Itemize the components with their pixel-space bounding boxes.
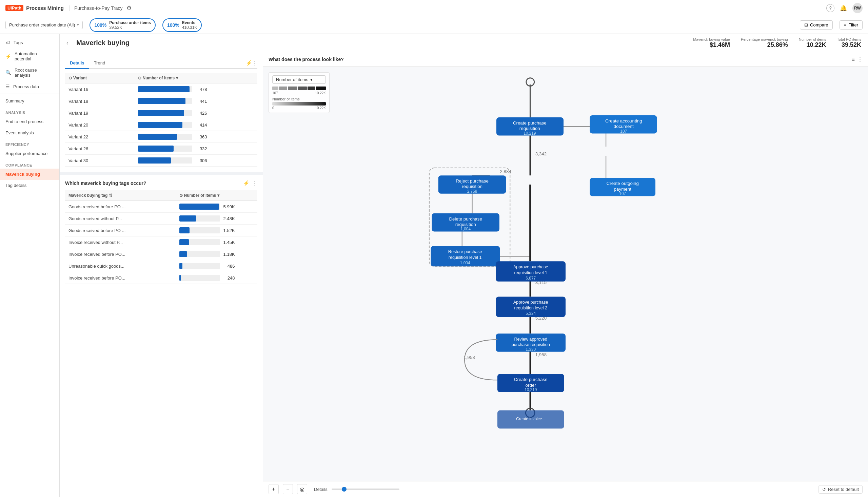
tag-bar-background [179,275,220,281]
variant-cell: Variant 26 [65,143,135,155]
table-row[interactable]: Invoice received without P... 1.45K [65,237,258,248]
table-row[interactable]: Variant 22 363 [65,131,258,143]
purchase-order-value: 39.52K [109,25,151,30]
tag-num-items-cell: 1.45K [176,237,258,248]
tag-col-sort-icon[interactable]: ⇅ [109,193,112,198]
details-slider[interactable] [332,488,399,490]
reset-button[interactable]: ↺ Reset to default [819,485,863,494]
tab-trend[interactable]: Trend [89,58,110,69]
tags-icon: 🏷 [5,40,10,45]
user-avatar[interactable]: RW [852,3,863,13]
table-row[interactable]: Invoice received before PO... 248 [65,272,258,284]
tag-bar-value: 5.99K [223,204,235,209]
tag-bar-value: 1.52K [223,228,235,233]
tag-bar-value: 486 [223,264,235,269]
variant-section: Details Trend ⚡ ⋮ ⊙ Varia [60,52,263,172]
svg-text:Delete purchase: Delete purchase [449,216,482,222]
svg-text:requisition level 1: requisition level 1 [514,270,547,275]
tag-col-header: Maverick buying tag ⇅ [65,190,176,201]
tag-table: Maverick buying tag ⇅ ⊙ Number of items … [65,190,258,284]
tag-bar-fill [179,227,190,233]
table-row[interactable]: Variant 20 414 [65,119,258,131]
table-row[interactable]: Variant 19 426 [65,107,258,119]
table-row[interactable]: Goods received without P... 2.48K [65,213,258,225]
bar-fill [138,134,177,140]
legend-thickness-min: 0 [272,106,274,110]
num-items-col-sort-icon[interactable]: ⊙ [138,76,142,81]
sidebar-item-maverickbuying[interactable]: Maverick buying [0,169,59,180]
events-metric: 100% Events 410.31K [162,18,202,32]
events-pct: 100% [167,23,179,28]
zoom-out-button[interactable]: − [283,484,293,494]
sub-navigation: Purchase order creation date (All) ▾ 100… [0,16,868,34]
svg-text:document: document [614,124,634,129]
maverick-pct-value: 25.86% [741,41,788,48]
table-row[interactable]: Goods received before PO ... 5.99K [65,201,258,213]
notification-icon[interactable]: 🔔 [840,4,847,12]
table-row[interactable]: Invoice received before PO... 1.18K [65,248,258,260]
filter-tag-button[interactable]: ⚡ [243,180,250,186]
endtoend-label: End to end process [5,119,43,124]
tag-sort-arrow-icon[interactable]: ▾ [217,193,219,198]
filter-process-button[interactable]: ≡ [852,56,855,62]
tag-num-sort-icon[interactable]: ⊙ [179,193,183,198]
sidebar-item-supplierperf[interactable]: Supplier performance [0,148,59,159]
bar-fill [138,145,174,152]
summary-label: Summary [5,98,25,103]
process-header: What does the process look like? ≡ ⋮ [263,52,868,67]
sidebar-item-processdata[interactable]: ☰ Process data [0,81,59,92]
table-row[interactable]: Variant 26 332 [65,143,258,155]
settings-icon[interactable]: ⚙ [127,4,132,12]
help-icon[interactable]: ? [826,4,835,12]
sidebar-section-compliance: Compliance [0,159,59,169]
sidebar-item-rootcause[interactable]: 🔍 Root cause analysis [0,65,59,81]
tag-bar-value: 248 [223,275,235,281]
sidebar-item-tags[interactable]: 🏷 Tags [0,37,59,48]
maverick-value-label: Maverick buying value [693,37,730,41]
sidebar-item-tagdetails[interactable]: Tag details [0,180,59,191]
table-row[interactable]: Unreasonable quick goods... 486 [65,260,258,272]
svg-text:Create accounting: Create accounting [605,118,642,124]
rootcause-icon: 🔍 [5,70,11,75]
more-tag-button[interactable]: ⋮ [252,180,258,186]
more-process-button[interactable]: ⋮ [857,56,863,62]
reset-label: Reset to default [828,487,859,492]
sidebar-item-eventanalysis[interactable]: Event analysis [0,127,59,138]
table-row[interactable]: Variant 30 306 [65,155,258,167]
sidebar-item-endtoend[interactable]: End to end process [0,116,59,127]
tag-bar-value: 1.18K [223,252,235,257]
sidebar-item-automation[interactable]: ⚡ Automation potential [0,48,59,65]
sidebar-item-summary[interactable]: Summary [0,95,59,106]
compare-button[interactable]: ⊞ Compare [800,20,833,29]
variant-cell: Variant 22 [65,131,135,143]
bar-fill [138,110,184,116]
collapse-button[interactable]: ‹ [67,40,68,46]
table-row[interactable]: Goods received before PO ... 1.52K [65,225,258,237]
svg-text:Create outgoing: Create outgoing [607,181,639,186]
tag-cell: Goods received before PO ... [65,225,176,237]
table-row[interactable]: Variant 18 441 [65,95,258,107]
project-name: Purchase-to-Pay Tracy [69,5,122,11]
svg-text:1,004: 1,004 [460,227,471,231]
eventanalysis-label: Event analysis [5,130,34,136]
svg-text:requisition level 1: requisition level 1 [448,255,482,260]
zoom-in-button[interactable]: + [268,484,279,494]
num-items-col-header: ⊙ Number of items ▾ [135,73,258,83]
center-button[interactable]: ◎ [297,484,307,494]
tag-bar-background [179,251,220,257]
table-row[interactable]: Variant 16 478 [65,83,258,95]
tag-section-header: Which maverick buying tags occur? ⚡ ⋮ [65,180,258,186]
filter-variant-button[interactable]: ⚡ [246,58,252,68]
sort-arrow-icon[interactable]: ▾ [176,76,178,81]
num-items-cell: 478 [135,83,258,95]
variant-col-header: ⊙ Variant [65,73,135,83]
total-po-value: 39.52K [837,41,861,48]
metric-dropdown[interactable]: Number of items ▾ [272,75,326,84]
variant-col-sort-icon[interactable]: ⊙ [69,76,72,81]
filter-button[interactable]: ≡ Filter [839,20,863,29]
more-variant-button[interactable]: ⋮ [252,58,258,68]
variant-cell: Variant 18 [65,95,135,107]
tag-bar-background [179,239,220,245]
tab-details[interactable]: Details [65,58,89,69]
date-filter-dropdown[interactable]: Purchase order creation date (All) ▾ [5,21,83,29]
